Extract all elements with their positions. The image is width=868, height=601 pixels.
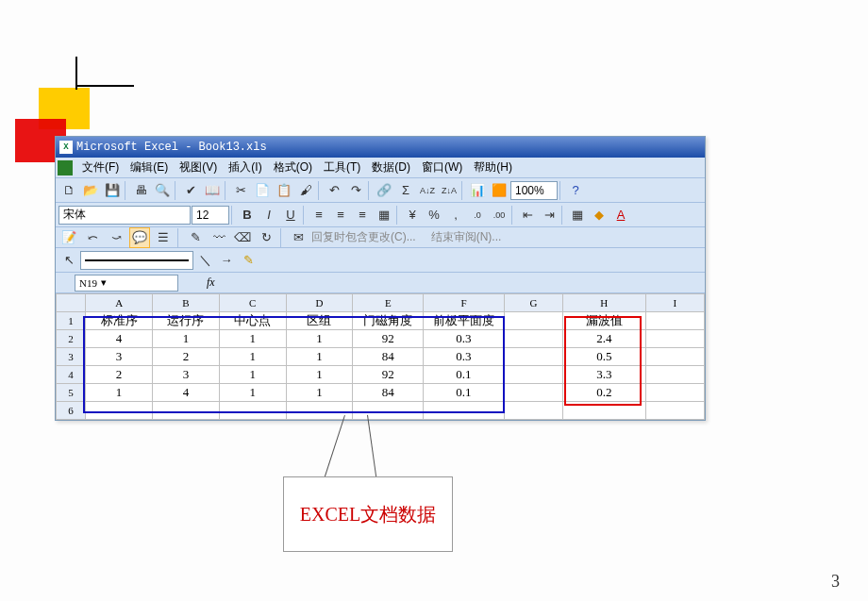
comment-icon[interactable]: 📝 <box>58 227 79 248</box>
name-box[interactable]: N19 ▾ <box>75 275 178 292</box>
cell[interactable] <box>645 312 705 330</box>
hyperlink-icon[interactable]: 🔗 <box>374 180 394 201</box>
inc-decimal-icon[interactable]: .0 <box>467 205 488 225</box>
fx-label[interactable]: fx <box>178 275 223 290</box>
arrow-line-icon[interactable]: → <box>216 250 237 271</box>
update-icon[interactable]: ↻ <box>256 227 276 248</box>
cell[interactable]: 1 <box>153 330 220 348</box>
cell[interactable] <box>645 348 705 366</box>
percent-icon[interactable]: % <box>424 205 444 225</box>
cell[interactable] <box>645 366 705 384</box>
cell[interactable] <box>504 402 562 420</box>
sort-asc-icon[interactable]: A↓Z <box>417 180 438 201</box>
row-head[interactable]: 4 <box>57 366 86 384</box>
open-icon[interactable]: 📂 <box>80 180 101 201</box>
menu-tools[interactable]: 工具(T) <box>318 158 366 177</box>
row-head[interactable]: 2 <box>57 330 86 348</box>
cell[interactable]: 4 <box>153 384 220 402</box>
cell[interactable]: 0.1 <box>424 384 504 402</box>
cell[interactable]: 1 <box>219 366 286 384</box>
row-head[interactable]: 3 <box>57 348 86 366</box>
currency-icon[interactable]: ¥ <box>402 205 423 225</box>
cell[interactable]: 1 <box>286 384 353 402</box>
col-C[interactable]: C <box>219 294 286 312</box>
show-all-comments-icon[interactable]: ☰ <box>153 227 174 248</box>
chart-icon[interactable]: 📊 <box>467 180 488 201</box>
align-right-icon[interactable]: ≡ <box>352 205 373 225</box>
cell[interactable] <box>86 402 153 420</box>
cell[interactable]: 1 <box>286 366 353 384</box>
cell[interactable] <box>563 402 645 420</box>
cell[interactable]: 4 <box>86 330 153 348</box>
cell[interactable]: 3 <box>153 366 220 384</box>
col-B[interactable]: B <box>153 294 220 312</box>
merge-center-icon[interactable]: ▦ <box>374 205 394 225</box>
cell[interactable]: 标准序 <box>86 312 153 330</box>
spell-icon[interactable]: ✔ <box>180 180 201 201</box>
col-D[interactable]: D <box>286 294 353 312</box>
autosum-icon[interactable]: Σ <box>395 180 416 201</box>
bold-icon[interactable]: B <box>237 205 258 225</box>
cell[interactable] <box>353 402 424 420</box>
col-G[interactable]: G <box>504 294 562 312</box>
cell[interactable]: 区组 <box>286 312 353 330</box>
dec-decimal-icon[interactable]: .00 <box>489 205 509 225</box>
show-comment-icon[interactable]: 💬 <box>129 227 150 248</box>
format-painter-icon[interactable]: 🖌 <box>295 180 316 201</box>
cell[interactable]: 0.3 <box>424 348 504 366</box>
cell[interactable]: 门磁角度 <box>353 312 424 330</box>
eraser-icon[interactable]: ⌫ <box>232 227 253 248</box>
col-F[interactable]: F <box>424 294 504 312</box>
cell[interactable] <box>504 312 562 330</box>
cell[interactable]: 漏波值 <box>563 312 645 330</box>
mail-icon[interactable]: ✉ <box>288 227 309 248</box>
cell[interactable]: 1 <box>219 384 286 402</box>
fill-color-icon[interactable]: ◆ <box>589 205 609 225</box>
menu-help[interactable]: 帮助(H) <box>468 158 518 177</box>
dec-indent-icon[interactable]: ⇤ <box>517 205 538 225</box>
cell[interactable]: 1 <box>86 384 153 402</box>
align-center-icon[interactable]: ≡ <box>330 205 351 225</box>
cell[interactable]: 3.3 <box>563 366 645 384</box>
menu-data[interactable]: 数据(D) <box>366 158 416 177</box>
cell[interactable]: 前板平面度 <box>424 312 504 330</box>
cell[interactable]: 0.1 <box>424 366 504 384</box>
save-icon[interactable]: 💾 <box>102 180 123 201</box>
cell[interactable] <box>504 348 562 366</box>
titlebar[interactable]: X Microsoft Excel - Book13.xls <box>56 137 705 158</box>
underline-icon[interactable]: U <box>280 205 301 225</box>
inc-indent-icon[interactable]: ⇥ <box>539 205 559 225</box>
print-icon[interactable]: 🖶 <box>130 180 151 201</box>
next-comment-icon[interactable]: ⤻ <box>106 227 126 248</box>
line-style-select[interactable] <box>80 251 193 270</box>
cell[interactable] <box>504 330 562 348</box>
cell[interactable]: 2 <box>153 348 220 366</box>
font-color-icon[interactable]: A <box>610 205 631 225</box>
col-H[interactable]: H <box>563 294 645 312</box>
cell[interactable]: 3 <box>86 348 153 366</box>
cell[interactable] <box>645 384 705 402</box>
cell[interactable]: 1 <box>219 348 286 366</box>
research-icon[interactable]: 📖 <box>202 180 223 201</box>
row-head[interactable]: 5 <box>57 384 86 402</box>
cut-icon[interactable]: ✂ <box>230 180 251 201</box>
cell[interactable]: 1 <box>286 330 353 348</box>
prev-comment-icon[interactable]: ⤺ <box>82 227 103 248</box>
cell[interactable] <box>504 366 562 384</box>
cell[interactable]: 运行序 <box>153 312 220 330</box>
cell[interactable]: 2.4 <box>563 330 645 348</box>
col-A[interactable]: A <box>86 294 153 312</box>
undo-icon[interactable]: ↶ <box>324 180 344 201</box>
paste-icon[interactable]: 📋 <box>274 180 294 201</box>
cell[interactable]: 84 <box>353 384 424 402</box>
menu-window[interactable]: 窗口(W) <box>416 158 468 177</box>
menu-view[interactable]: 视图(V) <box>174 158 223 177</box>
cell[interactable]: 92 <box>353 330 424 348</box>
cell[interactable]: 0.5 <box>563 348 645 366</box>
comma-icon[interactable]: , <box>445 205 466 225</box>
new-icon[interactable]: 🗋 <box>58 180 79 201</box>
col-E[interactable]: E <box>353 294 424 312</box>
cell[interactable]: 84 <box>353 348 424 366</box>
align-left-icon[interactable]: ≡ <box>309 205 329 225</box>
ink-icon[interactable]: ✎ <box>185 227 206 248</box>
